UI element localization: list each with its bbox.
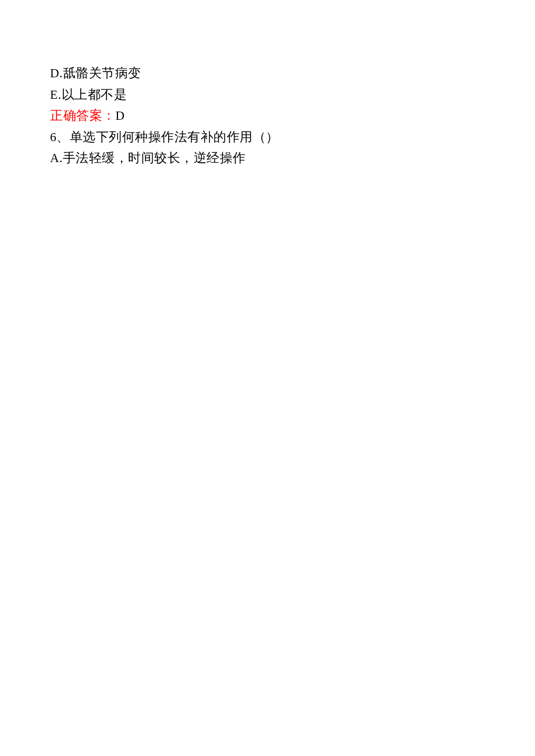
document-page: D.舐骼关节病变 E.以上都不是 正确答案：D 6、单选下列何种操作法有补的作用… [0,0,535,169]
option-d: D.舐骼关节病变 [50,63,485,84]
question-6-option-a: A.手法轻缓，时间较长，逆经操作 [50,148,485,169]
answer-line: 正确答案：D [50,105,485,127]
answer-label: 正确答案： [50,109,116,123]
option-e: E.以上都不是 [50,84,485,106]
answer-value: D [116,109,125,123]
question-6: 6、单选下列何种操作法有补的作用（） [50,127,485,148]
